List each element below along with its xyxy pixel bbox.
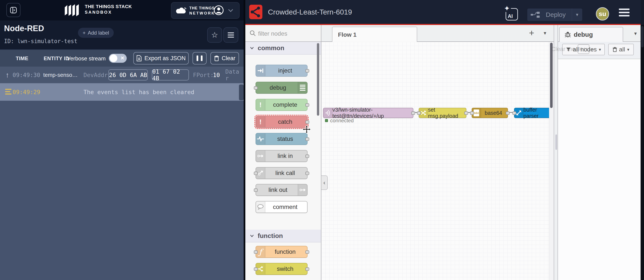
- palette-node-link-call[interactable]: link call: [256, 167, 308, 179]
- clear-label: Clear: [222, 55, 236, 62]
- input-port[interactable]: [417, 111, 421, 115]
- events-cleared-icon: [5, 89, 12, 94]
- debug-clear-button[interactable]: all ▾: [608, 44, 634, 55]
- comment-icon: [256, 201, 265, 213]
- fport-value: 10: [213, 72, 220, 78]
- nodered-header: Crowded-Least-Tern-6019 ✦ AI Deploy ▾ su: [245, 0, 640, 24]
- flow-node-mqtt-in[interactable]: v3/lwn-simulator-test@ttn/devices/+/up: [323, 108, 413, 118]
- splitter-handle[interactable]: [556, 134, 557, 150]
- deploy-button[interactable]: Deploy ▾: [527, 9, 582, 21]
- output-port[interactable]: [464, 111, 468, 115]
- flow-node-change[interactable]: set msg.payload: [419, 108, 466, 118]
- input-port[interactable]: [254, 188, 258, 192]
- output-port[interactable]: [306, 120, 309, 124]
- events-scrollbar-thumb[interactable]: [239, 84, 244, 100]
- tab-debug[interactable]: debug: [559, 27, 623, 42]
- sidebar-splitter[interactable]: [554, 25, 558, 280]
- payload-value[interactable]: 01 67 02 4B: [152, 69, 189, 80]
- events-toolbar: TIME ENTITY ID Verbose stream × Export a…: [0, 49, 245, 67]
- main-menu-button[interactable]: [619, 9, 630, 17]
- palette-node-inject[interactable]: inject: [256, 65, 308, 77]
- deploy-dropdown[interactable]: ▾: [572, 9, 582, 21]
- export-json-button[interactable]: Export as JSON: [133, 52, 189, 64]
- user-avatar[interactable]: su: [596, 7, 609, 21]
- output-port[interactable]: [306, 267, 309, 271]
- flow-list-dropdown[interactable]: ▾: [544, 30, 546, 36]
- sidebar-toggle-button[interactable]: [6, 3, 20, 17]
- flow-node-base64[interactable]: b64 base64: [472, 108, 508, 118]
- chevron-down-icon: [228, 9, 233, 12]
- palette-node-function[interactable]: ƒ function: [256, 246, 308, 258]
- output-port[interactable]: [306, 69, 309, 73]
- palette-node-switch[interactable]: switch: [256, 263, 308, 275]
- palette-category-function[interactable]: function: [245, 230, 321, 242]
- sparkle-icon: ✦: [503, 5, 511, 12]
- deploy-label: Deploy: [540, 11, 572, 18]
- clear-events-button[interactable]: Clear: [210, 52, 239, 64]
- canvas-scrollbar-thumb[interactable]: [550, 43, 553, 108]
- uplink-arrow-icon: ↑: [6, 71, 9, 79]
- node-palette: common inject debug ! complete ! catch: [245, 42, 321, 280]
- ai-assistant-button[interactable]: ✦ AI: [506, 8, 518, 21]
- output-port[interactable]: [306, 155, 309, 158]
- tab-flow-1[interactable]: Flow 1: [332, 27, 417, 42]
- input-port[interactable]: [254, 250, 258, 254]
- output-port[interactable]: [306, 103, 309, 107]
- input-port[interactable]: [254, 86, 258, 90]
- input-port[interactable]: [254, 267, 258, 271]
- add-flow-button[interactable]: +: [529, 28, 534, 38]
- funnel-icon: [566, 47, 571, 52]
- pause-stream-button[interactable]: [192, 52, 206, 64]
- palette-node-catch[interactable]: ! catch: [256, 116, 308, 128]
- chevron-down-icon: [250, 47, 254, 49]
- debug-filter-button[interactable]: all nodes ▾: [562, 44, 605, 55]
- screen: THE THINGS STACK SANDBOX THE THINGS NETW…: [0, 0, 644, 280]
- network-switcher-button[interactable]: THE THINGS NETWORK: [171, 2, 240, 19]
- output-port[interactable]: [411, 111, 415, 115]
- output-port[interactable]: [506, 111, 510, 115]
- output-port[interactable]: [306, 250, 309, 254]
- mqtt-icon: [324, 108, 332, 118]
- event-row-uplink[interactable]: ↑ 09:49:30 temp-senso… DevAddr: 26 0D 6A…: [0, 67, 245, 83]
- devaddr-value[interactable]: 26 0D 6A AB: [108, 69, 148, 80]
- bug-icon: [565, 32, 571, 38]
- debug-tab-label: debug: [574, 31, 593, 38]
- filter-nodes-input[interactable]: [258, 29, 318, 39]
- entity-column-header: ENTITY ID: [44, 56, 69, 61]
- background-window-edge: [640, 0, 644, 280]
- sidebar-tab-bar: debug ▾: [558, 25, 640, 42]
- verbose-stream-toggle[interactable]: ×: [109, 54, 127, 63]
- add-label-text: Add label: [88, 30, 109, 36]
- palette-node-debug[interactable]: debug: [256, 82, 308, 94]
- link-in-icon: [256, 151, 265, 162]
- node-status-dot: [325, 119, 328, 122]
- palette-node-status[interactable]: status: [256, 133, 308, 145]
- bookmark-button[interactable]: ☆: [207, 27, 222, 43]
- output-port[interactable]: [306, 137, 309, 141]
- palette-node-complete[interactable]: ! complete: [256, 99, 308, 111]
- things-stack-logo-icon: [64, 4, 82, 17]
- overflow-menu-button[interactable]: [224, 27, 238, 43]
- palette-node-link-out[interactable]: link out: [256, 184, 308, 196]
- add-label-button[interactable]: + Add label: [78, 28, 114, 38]
- toggle-knob: [110, 54, 117, 62]
- flow-canvas[interactable]: v3/lwn-simulator-test@ttn/devices/+/up c…: [321, 42, 549, 280]
- status-pulse-icon: [256, 133, 265, 145]
- palette-scrollbar-thumb[interactable]: [317, 43, 319, 116]
- category-label: common: [258, 44, 284, 52]
- input-port[interactable]: [254, 172, 258, 175]
- sidebar-dropdown[interactable]: ▾: [634, 31, 637, 37]
- debug-sidebar: debug ▾ all nodes ▾ all ▾: [558, 25, 640, 280]
- input-port[interactable]: [512, 111, 516, 115]
- flow-node-buffer-parser[interactable]: buffer parser: [514, 108, 549, 118]
- palette-category-common[interactable]: common: [245, 42, 321, 55]
- mouse-move-cursor: [302, 125, 311, 133]
- input-port[interactable]: [470, 111, 474, 115]
- event-row-cleared[interactable]: 09:49:29 The events list has been cleare…: [0, 83, 245, 101]
- palette-collapse-button[interactable]: ‹: [321, 175, 328, 190]
- pause-icon: [196, 56, 198, 61]
- palette-node-comment[interactable]: comment: [256, 201, 308, 213]
- category-label: function: [258, 232, 283, 239]
- palette-node-link-in[interactable]: link in: [256, 150, 308, 162]
- output-port[interactable]: [306, 172, 309, 175]
